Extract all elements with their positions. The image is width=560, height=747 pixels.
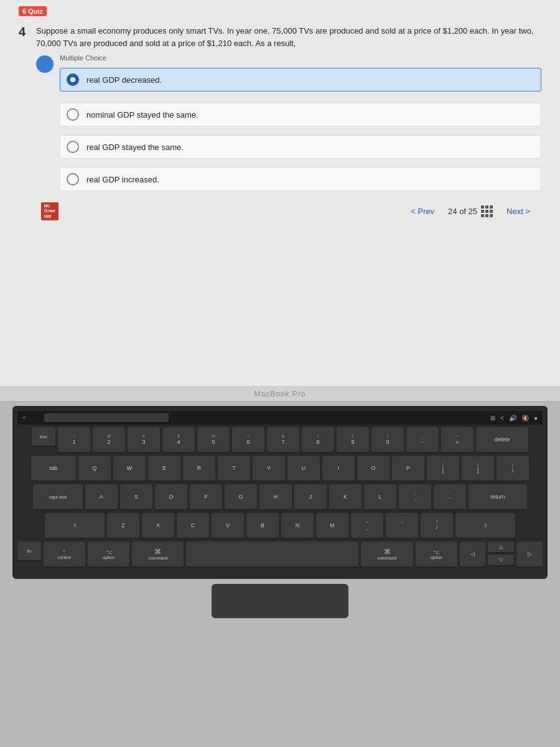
key-caps-label: caps lock — [49, 495, 67, 499]
key-0[interactable]: ) 0 — [371, 427, 404, 453]
radio-c[interactable] — [67, 141, 79, 153]
key-slash[interactable]: ? / — [421, 513, 453, 539]
key-c[interactable]: C — [177, 513, 209, 539]
key-n[interactable]: N — [281, 513, 314, 539]
key-l[interactable]: L — [364, 484, 396, 510]
key-s[interactable]: S — [120, 484, 152, 510]
touchpad[interactable] — [212, 584, 348, 618]
radio-d[interactable] — [67, 173, 79, 186]
key-r[interactable]: R — [183, 456, 215, 482]
key-6[interactable]: ^ 6 — [232, 427, 264, 453]
option-a[interactable]: real GDP decreased. — [60, 68, 541, 92]
key-caps[interactable]: caps lock — [33, 484, 83, 510]
key-3[interactable]: # 3 — [128, 427, 160, 453]
key-command-left[interactable]: ⌘ command — [132, 542, 184, 568]
option-b[interactable]: nominal GDP stayed the same. — [60, 103, 541, 126]
key-2[interactable]: @ 2 — [93, 427, 125, 453]
screen: 6 Quiz 4 Suppose a small economy produce… — [0, 0, 560, 386]
key-fn[interactable]: fn — [17, 542, 41, 561]
key-comma[interactable]: < , — [351, 513, 383, 539]
option-d-text: real GDP increased. — [86, 175, 159, 184]
key-lbracket[interactable]: { [ — [427, 456, 459, 482]
key-y[interactable]: Y — [253, 456, 285, 482]
key-arrow-right[interactable]: ▷ — [516, 542, 543, 568]
key-shift-left[interactable]: ⇧ — [45, 513, 105, 539]
key-delete[interactable]: delete — [476, 427, 528, 453]
key-q[interactable]: Q — [78, 456, 111, 482]
key-arrow-up[interactable]: △ — [488, 542, 514, 553]
key-f[interactable]: F — [190, 484, 222, 510]
key-rbracket[interactable]: } ] — [462, 456, 494, 482]
mcgraw-logo-box: Mc Graw Hill — [41, 202, 58, 220]
key-command-right[interactable]: ⌘ command — [361, 542, 413, 568]
option-b-text: nominal GDP stayed the same. — [86, 110, 198, 120]
page-number: 24 of 25 — [448, 207, 477, 216]
quiz-footer: Mc Graw Hill < Prev 24 of 25 Next > — [19, 202, 541, 220]
key-u[interactable]: U — [287, 456, 320, 482]
key-alt-right[interactable]: ⌥ option — [416, 542, 457, 568]
key-z[interactable]: Z — [107, 513, 139, 539]
key-k[interactable]: K — [329, 484, 362, 510]
key-p[interactable]: P — [392, 456, 424, 482]
key-1[interactable]: ! 1 — [58, 427, 90, 453]
key-alt-left[interactable]: ⌥ option — [88, 542, 129, 568]
key-0-bot: 0 — [386, 439, 389, 445]
key-semicolon[interactable]: : ; — [399, 484, 431, 510]
next-button[interactable]: Next > — [502, 204, 535, 218]
key-5[interactable]: % 5 — [197, 427, 230, 453]
key-x[interactable]: X — [142, 513, 174, 539]
key-return[interactable]: return — [469, 484, 527, 510]
tb-less-icon: < — [22, 415, 26, 421]
key-period[interactable]: > . — [386, 513, 418, 539]
key-tab[interactable]: tab — [31, 456, 76, 482]
key-e[interactable]: E — [148, 456, 180, 482]
key-8-top: * — [317, 434, 319, 438]
key-1-top: ! — [73, 434, 75, 438]
key-minus[interactable]: _ - — [406, 427, 439, 453]
tb-search-bar[interactable] — [44, 413, 169, 422]
key-6-bot: 6 — [246, 439, 250, 445]
key-alt-right-symbol: ⌥ — [433, 549, 439, 555]
key-backslash[interactable]: | \ — [497, 456, 529, 482]
key-i[interactable]: I — [322, 456, 355, 482]
key-quote[interactable]: " ' — [434, 484, 466, 510]
key-w[interactable]: W — [113, 456, 146, 482]
key-arrow-down[interactable]: ▽ — [488, 555, 514, 566]
key-h[interactable]: H — [259, 484, 292, 510]
key-v[interactable]: V — [212, 513, 244, 539]
key-option-left[interactable]: ⌃ control — [44, 542, 85, 568]
key-9[interactable]: ( 9 — [337, 427, 369, 453]
key-m[interactable]: M — [316, 513, 348, 539]
key-shift-left-label: ⇧ — [73, 523, 77, 529]
option-d[interactable]: real GDP increased. — [60, 167, 541, 191]
key-equals[interactable]: + = — [441, 427, 474, 453]
radio-a[interactable] — [67, 73, 79, 86]
key-shift-right[interactable]: ⇧ — [455, 513, 515, 539]
grid-icon — [481, 205, 493, 217]
key-esc[interactable]: esc — [32, 427, 55, 447]
key-o[interactable]: O — [357, 456, 390, 482]
key-arrow-left[interactable]: ◁ — [460, 542, 486, 568]
key-3-top: # — [142, 434, 145, 438]
key-space[interactable] — [186, 542, 358, 568]
key-d[interactable]: D — [155, 484, 187, 510]
option-c[interactable]: real GDP stayed the same. — [60, 135, 541, 159]
radio-b[interactable] — [67, 108, 79, 121]
key-7[interactable]: & 7 — [267, 427, 299, 453]
key-return-label: return — [490, 494, 505, 500]
key-j[interactable]: J — [294, 484, 327, 510]
key-command-right-symbol: ⌘ — [384, 548, 391, 556]
touch-bar: < ⊞ < 🔊 🔇 ● — [17, 411, 543, 425]
key-option-left-label: control — [58, 555, 71, 560]
option-a-text: real GDP decreased. — [86, 75, 162, 85]
key-b[interactable]: B — [246, 513, 279, 539]
prev-button[interactable]: < Prev — [406, 204, 439, 218]
key-5-bot: 5 — [212, 439, 215, 445]
key-command-left-label: command — [148, 556, 167, 560]
key-t[interactable]: T — [218, 456, 250, 482]
key-equals-top: + — [456, 434, 459, 438]
key-a[interactable]: A — [85, 484, 118, 510]
key-8[interactable]: * 8 — [302, 427, 334, 453]
key-4[interactable]: $ 4 — [162, 427, 195, 453]
key-g[interactable]: G — [225, 484, 257, 510]
